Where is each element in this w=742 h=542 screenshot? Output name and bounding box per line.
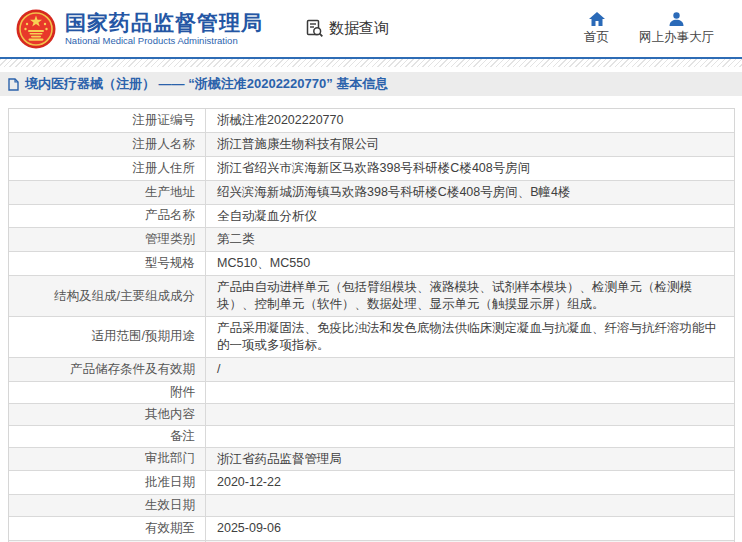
- row-label-text: 适用范围/预期用途: [92, 328, 195, 345]
- data-query-label: 数据查询: [329, 19, 389, 38]
- nav-service-hall-label: 网上办事大厅: [639, 29, 714, 46]
- row-label-text: 审批部门: [145, 450, 195, 467]
- page-icon: [8, 78, 19, 91]
- table-row: 生产地址绍兴滨海新城沥海镇马欢路398号科研楼C楼408号房间、B幢4楼: [9, 181, 734, 205]
- site-header: 国家药品监督管理局 National Medical Products Admi…: [0, 0, 742, 57]
- row-label: 产品储存条件及有效期: [9, 358, 206, 381]
- breadcrumb-text: 境内医疗器械（注册） —— “浙械注准20202220770” 基本信息: [25, 75, 388, 93]
- row-label-text: 备注: [170, 428, 195, 445]
- hatch-strip: [0, 59, 742, 67]
- row-label: 附件: [9, 382, 206, 403]
- row-label: 其他内容: [9, 404, 206, 425]
- row-label: 批准日期: [9, 471, 206, 494]
- row-label-text: 注册人住所: [133, 160, 196, 177]
- row-label: 有效期至: [9, 517, 206, 540]
- row-label: 型号规格: [9, 252, 206, 275]
- table-row: 适用范围/预期用途产品采用凝固法、免疫比浊法和发色底物法供临床测定凝血与抗凝血、…: [9, 317, 734, 358]
- table-row: 审批部门浙江省药品监督管理局: [9, 448, 734, 472]
- row-value: 绍兴滨海新城沥海镇马欢路398号科研楼C楼408号房间、B幢4楼: [206, 181, 734, 204]
- home-icon: [589, 12, 605, 26]
- row-value: 浙械注准20202220770: [206, 109, 734, 132]
- site-title: 国家药品监督管理局: [65, 11, 263, 34]
- row-label: 适用范围/预期用途: [9, 317, 206, 357]
- table-row: 结构及组成/主要组成成分产品由自动进样单元（包括臂组模块、液路模块、试剂样本模块…: [9, 276, 734, 317]
- row-label-text: 注册证编号: [133, 112, 196, 129]
- row-value: 全自动凝血分析仪: [206, 205, 734, 228]
- row-value: 浙江省药品监督管理局: [206, 448, 734, 471]
- row-label: 审批部门: [9, 448, 206, 471]
- site-subtitle: National Medical Products Administration: [65, 36, 263, 46]
- national-emblem-logo: [16, 9, 56, 49]
- row-label: 注册人名称: [9, 133, 206, 156]
- row-value: 产品采用凝固法、免疫比浊法和发色底物法供临床测定凝血与抗凝血、纤溶与抗纤溶功能中…: [206, 317, 734, 357]
- row-value: 2025-09-06: [206, 517, 734, 540]
- row-label: 生效日期: [9, 495, 206, 516]
- table-row: 产品名称全自动凝血分析仪: [9, 205, 734, 229]
- table-row: 型号规格MC510、MC550: [9, 252, 734, 276]
- table-row: 有效期至2025-09-06: [9, 517, 734, 541]
- site-title-block: 国家药品监督管理局 National Medical Products Admi…: [65, 11, 263, 47]
- row-label: 注册证编号: [9, 109, 206, 132]
- row-value: [206, 382, 734, 403]
- row-label-text: 管理类别: [145, 231, 195, 248]
- row-value: 第二类: [206, 228, 734, 251]
- row-label-text: 其他内容: [145, 406, 195, 423]
- row-label-text: 有效期至: [145, 520, 195, 537]
- row-value: MC510、MC550: [206, 252, 734, 275]
- table-row: 其他内容: [9, 404, 734, 426]
- row-label: 产品名称: [9, 205, 206, 228]
- row-label: 结构及组成/主要组成成分: [9, 276, 206, 316]
- row-label-text: 附件: [170, 384, 195, 401]
- table-row: 注册证编号浙械注准20202220770: [9, 109, 734, 133]
- row-value: /: [206, 358, 734, 381]
- header-nav: 首页 网上办事大厅: [584, 12, 714, 46]
- table-row: 备注: [9, 426, 734, 448]
- data-query-button[interactable]: 数据查询: [305, 19, 389, 38]
- row-label: 管理类别: [9, 228, 206, 251]
- row-value: 浙江普施康生物科技有限公司: [206, 133, 734, 156]
- nav-service-hall[interactable]: 网上办事大厅: [639, 12, 714, 46]
- row-value: [206, 426, 734, 447]
- row-label-text: 注册人名称: [133, 136, 196, 153]
- table-row: 批准日期2020-12-22: [9, 471, 734, 495]
- row-label: 生产地址: [9, 181, 206, 204]
- table-row: 管理类别第二类: [9, 228, 734, 252]
- nav-home[interactable]: 首页: [584, 12, 609, 46]
- row-label: 注册人住所: [9, 157, 206, 180]
- row-value: 浙江省绍兴市滨海新区马欢路398号科研楼C楼408号房间: [206, 157, 734, 180]
- row-label-text: 生产地址: [145, 184, 195, 201]
- table-row: 注册人住所浙江省绍兴市滨海新区马欢路398号科研楼C楼408号房间: [9, 157, 734, 181]
- user-icon: [669, 12, 684, 26]
- row-value: 产品由自动进样单元（包括臂组模块、液路模块、试剂样本模块）、检测单元（检测模块）…: [206, 276, 734, 316]
- table-row: 注册人名称浙江普施康生物科技有限公司: [9, 133, 734, 157]
- row-label-text: 结构及组成/主要组成成分: [54, 288, 195, 305]
- document-search-icon: [305, 19, 324, 38]
- row-value: 2020-12-22: [206, 471, 734, 494]
- info-table: 注册证编号浙械注准20202220770注册人名称浙江普施康生物科技有限公司注册…: [8, 108, 735, 542]
- row-label-text: 产品储存条件及有效期: [70, 361, 195, 378]
- row-label-text: 产品名称: [145, 207, 195, 224]
- row-value: [206, 495, 734, 516]
- row-value: [206, 404, 734, 425]
- row-label: 备注: [9, 426, 206, 447]
- table-row: 生效日期: [9, 495, 734, 517]
- table-row: 附件: [9, 382, 734, 404]
- breadcrumb: 境内医疗器械（注册） —— “浙械注准20202220770” 基本信息: [0, 72, 742, 96]
- row-label-text: 型号规格: [145, 255, 195, 272]
- nav-home-label: 首页: [584, 29, 609, 46]
- row-label-text: 批准日期: [145, 474, 195, 491]
- row-label-text: 生效日期: [145, 497, 195, 514]
- table-row: 产品储存条件及有效期/: [9, 358, 734, 382]
